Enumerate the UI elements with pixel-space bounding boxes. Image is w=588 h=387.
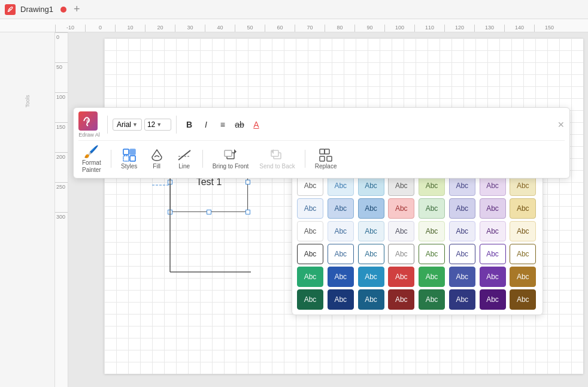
- font-family-chevron: ▼: [132, 122, 138, 128]
- style-cell[interactable]: Abc: [480, 267, 506, 287]
- svg-point-4: [86, 119, 90, 123]
- style-cell[interactable]: Abc: [480, 244, 506, 264]
- style-cell[interactable]: Abc: [419, 289, 445, 310]
- style-cell[interactable]: Abc: [297, 267, 323, 287]
- style-cell[interactable]: Abc: [328, 289, 354, 310]
- style-cell[interactable]: Abc: [388, 244, 414, 264]
- line-button[interactable]: Line: [172, 147, 196, 171]
- italic-button[interactable]: I: [198, 117, 214, 132]
- style-cell[interactable]: Abc: [358, 198, 384, 219]
- svg-rect-8: [130, 156, 135, 161]
- svg-rect-17: [325, 149, 329, 154]
- style-cell[interactable]: Abc: [510, 198, 536, 219]
- toolbar-top-row: Edraw Al Arial ▼ 12 ▼ B I: [78, 111, 565, 141]
- fill-icon: [150, 148, 164, 162]
- style-cell[interactable]: Abc: [358, 176, 384, 196]
- svg-line-9: [178, 150, 190, 160]
- line-label: Line: [178, 163, 190, 170]
- style-cell[interactable]: Abc: [419, 267, 445, 287]
- style-cell[interactable]: Abc: [449, 289, 475, 310]
- strikethrough-button[interactable]: ab: [232, 117, 247, 132]
- bring-front-label: Bring to Front: [213, 163, 249, 170]
- style-cell[interactable]: Abc: [297, 244, 323, 264]
- style-cell[interactable]: Abc: [449, 221, 475, 241]
- unsaved-indicator: [60, 7, 66, 13]
- font-family-select[interactable]: Arial ▼: [113, 119, 142, 131]
- style-cell[interactable]: Abc: [510, 176, 536, 196]
- replace-label: Replace: [315, 163, 337, 170]
- style-cell[interactable]: Abc: [480, 221, 506, 241]
- pin-button[interactable]: ✕: [557, 119, 565, 130]
- bring-front-icon: [223, 148, 238, 162]
- style-cell[interactable]: Abc: [388, 267, 414, 287]
- style-cell[interactable]: Abc: [449, 198, 475, 219]
- style-cell[interactable]: Abc: [510, 267, 536, 287]
- style-cell[interactable]: Abc: [388, 176, 414, 196]
- style-cell[interactable]: Abc: [297, 221, 323, 241]
- style-cell[interactable]: Abc: [328, 244, 354, 264]
- handle-bot-left[interactable]: [168, 210, 172, 214]
- style-cell[interactable]: Abc: [388, 221, 414, 241]
- app-logo: 🖊: [5, 4, 16, 15]
- style-cell[interactable]: Abc: [358, 267, 384, 287]
- handle-mid-left[interactable]: [168, 180, 172, 185]
- fill-label: Fill: [153, 163, 160, 170]
- handle-mid-right[interactable]: [245, 180, 250, 185]
- style-cell[interactable]: Abc: [358, 244, 384, 264]
- edraw-logo: [78, 111, 98, 131]
- style-cell[interactable]: Abc: [510, 221, 536, 241]
- bring-front-button[interactable]: Bring to Front: [209, 147, 253, 171]
- style-cell[interactable]: Abc: [419, 221, 445, 241]
- style-cell[interactable]: Abc: [358, 289, 384, 310]
- font-size-select[interactable]: 12 ▼: [144, 119, 171, 131]
- sep4: [202, 150, 203, 168]
- new-tab-button[interactable]: +: [74, 3, 80, 16]
- style-cell[interactable]: Abc: [480, 176, 506, 196]
- format-painter-icon: 🖌️: [84, 144, 99, 159]
- style-cell[interactable]: Abc: [480, 198, 506, 219]
- sep1: [107, 116, 108, 134]
- style-cell[interactable]: Abc: [449, 267, 475, 287]
- line-icon: [177, 148, 192, 162]
- send-back-button[interactable]: Send to Back: [256, 147, 298, 171]
- replace-icon: [319, 148, 333, 162]
- font-size-chevron: ▼: [156, 122, 162, 128]
- styles-button[interactable]: Styles: [117, 147, 141, 171]
- styles-label: Styles: [121, 163, 137, 170]
- sep5: [305, 150, 305, 168]
- fill-button[interactable]: Fill: [145, 147, 169, 171]
- style-cell[interactable]: Abc: [449, 176, 475, 196]
- format-painter-button[interactable]: 🖌️ Format Painter: [78, 143, 105, 174]
- style-cell[interactable]: Abc: [297, 198, 323, 219]
- style-cell[interactable]: Abc: [419, 176, 445, 196]
- svg-rect-16: [327, 156, 332, 161]
- replace-button[interactable]: Replace: [311, 147, 341, 171]
- styles-icon: [122, 148, 137, 162]
- font-color-button[interactable]: A: [248, 117, 264, 132]
- style-cell[interactable]: Abc: [328, 198, 354, 219]
- bold-button[interactable]: B: [181, 117, 197, 132]
- style-cell[interactable]: Abc: [419, 198, 445, 219]
- style-cell[interactable]: Abc: [480, 289, 506, 310]
- align-button[interactable]: ≡: [215, 117, 231, 132]
- handle-bot-right[interactable]: [245, 210, 250, 214]
- style-cell[interactable]: Abc: [449, 244, 475, 264]
- style-cell[interactable]: Abc: [510, 289, 536, 310]
- style-cell[interactable]: Abc: [358, 221, 384, 241]
- style-cell[interactable]: Abc: [297, 289, 323, 310]
- style-cell[interactable]: Abc: [328, 221, 354, 241]
- style-cell[interactable]: Abc: [388, 289, 414, 310]
- style-cell[interactable]: Abc: [419, 244, 445, 264]
- ruler-left: 050100150200250300: [55, 32, 68, 387]
- svg-rect-12: [225, 150, 232, 156]
- style-cell[interactable]: Abc: [297, 176, 323, 196]
- ruler-top: -100102030405060708090100110120130140150: [0, 19, 588, 32]
- style-cell[interactable]: Abc: [328, 176, 354, 196]
- svg-rect-6: [130, 149, 135, 155]
- style-cell[interactable]: Abc: [388, 198, 414, 219]
- sep2: [176, 116, 177, 134]
- style-cell[interactable]: Abc: [328, 267, 354, 287]
- handle-bot-center[interactable]: [207, 210, 211, 214]
- title-bar: 🖊 Drawing1 +: [0, 0, 588, 19]
- style-cell[interactable]: Abc: [510, 244, 536, 264]
